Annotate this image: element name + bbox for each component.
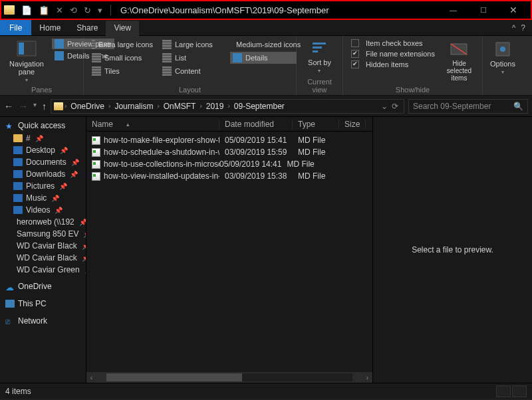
- forward-button[interactable]: →: [19, 101, 28, 112]
- navigation-pane-label: Navigation pane: [9, 60, 44, 76]
- table-row[interactable]: how-to-make-file-explorer-show-full-pa..…: [86, 134, 372, 146]
- status-bar: 4 items: [0, 383, 532, 399]
- file-list: Name▴ Date modified Type Size how-to-mak…: [86, 117, 372, 383]
- item-checkboxes-toggle[interactable]: Item check boxes: [348, 39, 438, 48]
- column-date[interactable]: Date modified: [219, 120, 293, 129]
- hidden-items-toggle[interactable]: Hidden items: [348, 60, 438, 69]
- column-name[interactable]: Name▴: [86, 120, 219, 129]
- scroll-left-icon[interactable]: ‹: [86, 374, 96, 381]
- maximize-button[interactable]: ☐: [468, 1, 498, 19]
- hide-icon: [448, 40, 469, 58]
- qat-redo-icon[interactable]: ↻: [84, 5, 91, 15]
- home-tab[interactable]: Home: [31, 20, 68, 35]
- large-icon: [162, 40, 172, 49]
- sort-by-button[interactable]: Sort by ▾: [304, 39, 335, 75]
- qat-copy-icon[interactable]: 📄: [21, 5, 32, 15]
- column-headers: Name▴ Date modified Type Size: [86, 117, 372, 132]
- file-tab[interactable]: File: [0, 20, 31, 35]
- qat-undo-icon[interactable]: ⟲: [70, 5, 77, 15]
- crumb-onmsft[interactable]: OnMSFT: [161, 102, 199, 111]
- showhide-group-label: Show/hide: [348, 86, 477, 94]
- pin-icon: 📌: [70, 171, 78, 178]
- ribbon-group-currentview: Sort by ▾ Current view: [297, 36, 343, 95]
- navigation-pane-button[interactable]: Navigation pane ▾: [5, 39, 48, 84]
- thumbnails-view-icon[interactable]: [512, 385, 527, 397]
- navigation-sidebar: Quick access #📌 Desktop📌 Documents📌 Down…: [0, 117, 86, 383]
- table-row[interactable]: how-to-view-installed-updates-in-windo..…: [86, 170, 372, 182]
- options-button[interactable]: Options ▾: [486, 39, 519, 76]
- sidebar-item[interactable]: Music📌: [5, 192, 86, 204]
- crumb-2019[interactable]: 2019: [203, 102, 227, 111]
- crumb-09september[interactable]: 09-September: [231, 102, 287, 111]
- view-buttons: [496, 385, 527, 397]
- details-view-button[interactable]: Details: [230, 52, 297, 64]
- refresh-icon[interactable]: ⟳: [392, 102, 398, 111]
- sidebar-item[interactable]: Downloads📌: [5, 168, 86, 180]
- content-icon: [162, 66, 172, 76]
- share-tab[interactable]: Share: [68, 20, 106, 35]
- list-button[interactable]: List: [160, 52, 226, 64]
- sidebar-network[interactable]: Network: [5, 314, 86, 328]
- checkbox-icon: [351, 39, 359, 47]
- column-type[interactable]: Type: [293, 120, 339, 129]
- crumb-journalism[interactable]: Journalism: [112, 102, 156, 111]
- pin-icon: 📌: [60, 147, 68, 154]
- ribbon-group-showhide: Item check boxes File name extensions Hi…: [343, 36, 483, 95]
- crumb-onedrive[interactable]: OneDrive: [68, 102, 107, 111]
- table-row[interactable]: how-to-schedule-a-shutdown-in-windo...03…: [86, 146, 372, 158]
- quick-access-header[interactable]: Quick access: [5, 119, 86, 132]
- status-item-count: 4 items: [5, 387, 31, 396]
- table-row[interactable]: how-to-use-collections-in-microsoft-ed..…: [86, 158, 372, 170]
- sidebar-item[interactable]: Documents📌: [5, 156, 86, 168]
- preview-pane-icon: [55, 39, 64, 49]
- qat-down-icon[interactable]: ▾: [98, 5, 102, 15]
- md-file-icon: [92, 148, 100, 157]
- view-tab[interactable]: View: [106, 21, 139, 36]
- tiles-button[interactable]: Tiles: [89, 65, 156, 77]
- pin-icon: 📌: [59, 183, 67, 190]
- collapse-ribbon-icon[interactable]: ^: [512, 23, 516, 33]
- close-button[interactable]: ✕: [498, 1, 528, 19]
- scroll-thumb[interactable]: [106, 373, 242, 381]
- small-icon: [92, 53, 101, 62]
- sidebar-item[interactable]: WD Caviar Black📌: [5, 252, 86, 264]
- sidebar-item[interactable]: WD Caviar Green📌: [5, 264, 86, 276]
- sidebar-item[interactable]: Pictures📌: [5, 180, 86, 192]
- minimize-button[interactable]: —: [438, 1, 468, 19]
- history-dropdown-icon[interactable]: ⌄: [381, 102, 388, 111]
- up-button[interactable]: ↑: [42, 101, 47, 112]
- sidebar-item[interactable]: Videos📌: [5, 204, 86, 216]
- svg-rect-3: [313, 47, 322, 49]
- qat-delete-icon[interactable]: ✕: [56, 5, 63, 15]
- content-button[interactable]: Content: [160, 65, 226, 77]
- address-bar: ← → ▾ ↑ › OneDrive› Journalism› OnMSFT› …: [0, 96, 532, 117]
- small-icons-button[interactable]: Small icons: [89, 52, 156, 64]
- help-icon[interactable]: ?: [521, 23, 525, 33]
- sidebar-item[interactable]: heronweb (\\192📌: [5, 216, 86, 228]
- pin-icon: 📌: [71, 159, 79, 166]
- scroll-track[interactable]: [106, 373, 352, 381]
- sidebar-thispc[interactable]: This PC: [5, 297, 86, 310]
- details-pane-icon: [55, 51, 64, 60]
- extra-large-icons-button[interactable]: Extra large icons: [89, 39, 156, 50]
- recent-dropdown[interactable]: ▾: [33, 101, 37, 112]
- scroll-right-icon[interactable]: ›: [362, 374, 372, 381]
- folder-icon: [54, 102, 63, 110]
- sidebar-item[interactable]: Desktop📌: [5, 144, 86, 156]
- back-button[interactable]: ←: [4, 101, 13, 112]
- pc-icon: [5, 300, 15, 308]
- breadcrumb[interactable]: › OneDrive› Journalism› OnMSFT› 2019› 09…: [51, 99, 404, 114]
- column-size[interactable]: Size: [339, 120, 366, 129]
- sidebar-onedrive[interactable]: OneDrive: [5, 280, 86, 293]
- sidebar-item[interactable]: Samsung 850 EV📌: [5, 228, 86, 240]
- large-icons-button[interactable]: Large icons: [160, 39, 226, 50]
- horizontal-scrollbar[interactable]: ‹ ›: [86, 372, 372, 383]
- sidebar-item[interactable]: WD Caviar Black📌: [5, 240, 86, 252]
- details-view-icon[interactable]: [496, 385, 511, 397]
- medium-icons-button[interactable]: Medium-sized icons: [230, 39, 297, 50]
- sidebar-item[interactable]: #📌: [5, 132, 86, 144]
- hide-selected-button[interactable]: Hide selected items: [442, 39, 477, 83]
- search-box[interactable]: Search 09-September 🔍: [408, 99, 528, 114]
- qat-paste-icon[interactable]: 📋: [39, 5, 49, 15]
- file-extensions-toggle[interactable]: File name extensions: [348, 49, 438, 58]
